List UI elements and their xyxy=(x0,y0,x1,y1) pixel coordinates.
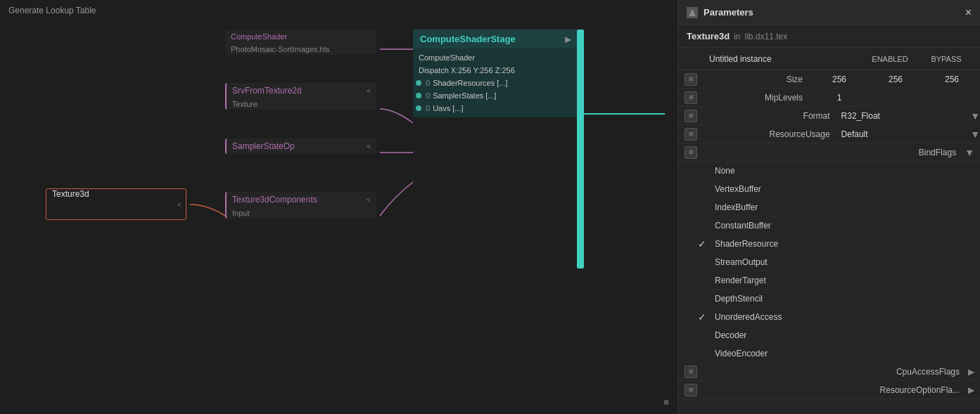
bindflags-icon: ⊞ xyxy=(678,146,704,159)
bind-flag-decoder[interactable]: Decoder xyxy=(678,326,980,344)
bind-flag-stream-label: StreamOutput xyxy=(715,257,768,267)
parameters-panel: Parameters × Texture3d in lib.dx11.tex U… xyxy=(677,0,980,414)
bind-flag-unordered-label: UnorderedAccess xyxy=(715,312,782,322)
bind-flag-shader-check: ✓ xyxy=(698,238,712,250)
miplevels-val1: 1 xyxy=(811,93,867,103)
format-dropdown-arrow[interactable]: ▼ xyxy=(970,110,980,122)
css-port-2[interactable]: 0 Uavs [...] xyxy=(413,102,578,115)
param-rows-container: ⊞ Size 256 256 256 ⊞ MipLevels 1 ⊞ Forma… xyxy=(678,70,980,414)
srv-node[interactable]: SrvFromTexture2d < Texture xyxy=(225,83,376,110)
compute-shader-filename: PhotoMosaic-SortImages.hls xyxy=(225,44,376,55)
bind-flag-none[interactable]: None xyxy=(678,162,980,180)
texture3d-node-title: Texture3d xyxy=(46,186,95,202)
bind-flag-none-label: None xyxy=(715,166,735,176)
bind-flag-render[interactable]: RenderTarget xyxy=(678,271,980,290)
miplevels-param-name: MipLevels xyxy=(704,93,811,103)
size-param-row[interactable]: ⊞ Size 256 256 256 xyxy=(678,70,980,89)
graph-title: Generate Lookup Table xyxy=(0,0,105,21)
texture3dcomp-arrow: < xyxy=(367,196,376,204)
compute-shader-stage-node[interactable]: ComputeShaderStage ▶ ComputeShader Dispa… xyxy=(413,30,578,117)
bypass-column-header: BYPASS xyxy=(918,55,974,63)
panel-header: Parameters × xyxy=(678,0,980,25)
sampler-label: SamplerStateOp xyxy=(227,138,300,154)
bind-flag-videoencoder[interactable]: VideoEncoder xyxy=(678,344,980,363)
miplevels-param-icon: ⊞ xyxy=(678,91,704,104)
bind-flag-index[interactable]: IndexBuffer xyxy=(678,198,980,216)
bindflags-icon-box: ⊞ xyxy=(685,146,697,159)
size-param-name: Size xyxy=(704,75,811,84)
bindflags-expand-arrow[interactable]: ▼ xyxy=(965,147,974,158)
cpuaccessflags-row[interactable]: ⊞ CpuAccessFlags ▶ xyxy=(678,363,980,381)
css-dispatch-row: Dispatch X:256 Y:256 Z:256 xyxy=(413,64,578,77)
css-dispatch: Dispatch X:256 Y:256 Z:256 xyxy=(419,66,515,75)
close-button[interactable]: × xyxy=(965,6,972,19)
resourceusage-param-name: ResourceUsage xyxy=(704,129,839,139)
texture3d-node[interactable]: Texture3d < xyxy=(46,188,186,220)
panel-title: Parameters xyxy=(704,7,753,18)
bind-flag-unordered[interactable]: ✓ UnorderedAccess xyxy=(678,308,980,326)
format-icon-box: ⊞ xyxy=(685,110,697,122)
css-port-label-2: Uavs [...] xyxy=(433,104,463,112)
css-port-dot-0 xyxy=(416,80,421,86)
enabled-column-header: ENABLED xyxy=(862,55,918,63)
cpuaccessflags-expand-arrow[interactable]: ▶ xyxy=(968,367,974,377)
resourceusage-dropdown-arrow[interactable]: ▼ xyxy=(970,129,980,140)
css-port-0[interactable]: 0 ShaderResources [...] xyxy=(413,77,578,89)
bindflags-name: BindFlags xyxy=(704,148,965,157)
bind-flag-decoder-label: Decoder xyxy=(715,330,746,340)
css-port-dot-1 xyxy=(416,93,421,98)
css-body: ComputeShader Dispatch X:256 Y:256 Z:256… xyxy=(413,48,578,117)
css-collapse[interactable]: ▶ xyxy=(565,34,571,44)
bind-flag-constant[interactable]: ConstantBuffer xyxy=(678,216,980,235)
size-icon-box: ⊞ xyxy=(685,73,697,86)
bind-flag-shader-label: ShaderResource xyxy=(715,239,778,249)
size-val3: 256 xyxy=(924,75,980,84)
cpuaccessflags-name: CpuAccessFlags xyxy=(704,367,968,377)
texture3dcomp-label: Texture3dComponents xyxy=(227,192,323,207)
miplevels-icon-box: ⊞ xyxy=(685,91,697,104)
css-port-dot-2 xyxy=(416,105,421,111)
teal-output-bar xyxy=(577,30,584,269)
bind-flag-constant-label: ConstantBuffer xyxy=(715,221,771,231)
size-val2: 256 xyxy=(867,75,924,84)
panel-icon xyxy=(687,7,698,18)
resourceusage-param-row[interactable]: ⊞ ResourceUsage Default ▼ xyxy=(678,125,980,143)
compute-shader-node[interactable]: ComputeShader PhotoMosaic-SortImages.hls xyxy=(225,30,376,55)
texture3d-type-label: Texture3d xyxy=(687,31,730,41)
miplevels-param-row[interactable]: ⊞ MipLevels 1 xyxy=(678,89,980,107)
texture3d-lib-label: lib.dx11.tex xyxy=(745,32,788,41)
svg-marker-0 xyxy=(689,9,696,16)
css-port-1[interactable]: 0 SamplerStates [...] xyxy=(413,89,578,102)
column-header-row: Untitled instance ENABLED BYPASS xyxy=(678,48,980,70)
texture3d-in-label: in xyxy=(734,32,740,41)
bind-flag-shader[interactable]: ✓ ShaderResource xyxy=(678,235,980,253)
bind-flag-depth[interactable]: DepthStencil xyxy=(678,290,980,308)
css-sublabel: ComputeShader xyxy=(419,53,475,62)
sampler-node[interactable]: SamplerStateOp < xyxy=(225,138,376,154)
bind-flag-vertex[interactable]: VertexBuffer xyxy=(678,180,980,198)
css-port-num-0: 0 xyxy=(426,79,430,87)
bind-flag-stream[interactable]: StreamOutput xyxy=(678,253,980,271)
texture3d-node-arrow: < xyxy=(177,200,182,208)
texture3dcomp-port: Input xyxy=(227,207,376,219)
bind-flag-index-label: IndexBuffer xyxy=(715,202,758,212)
instance-column-header: Untitled instance xyxy=(709,54,862,64)
graph-panel: Generate Lookup Table Texture3d < Comput… xyxy=(0,0,677,414)
srv-label: SrvFromTexture2d xyxy=(227,83,307,98)
resourceoptionflags-icon: ⊞ xyxy=(678,384,704,396)
size-val1: 256 xyxy=(811,75,867,84)
bind-flag-unordered-check: ✓ xyxy=(698,311,712,323)
resourceusage-icon-box: ⊞ xyxy=(685,128,697,141)
resourceoptionflags-row[interactable]: ⊞ ResourceOptionFla... ▶ xyxy=(678,381,980,399)
resourceusage-val: Default xyxy=(839,129,968,139)
texture3dcomp-node[interactable]: Texture3dComponents < Input xyxy=(225,192,376,219)
resourceoptionflags-expand-arrow[interactable]: ▶ xyxy=(968,385,974,395)
texture3d-info-row: Texture3d in lib.dx11.tex xyxy=(678,25,980,48)
cpuaccessflags-icon: ⊞ xyxy=(678,366,704,378)
bind-flag-depth-label: DepthStencil xyxy=(715,294,763,304)
bindflags-row[interactable]: ⊞ BindFlags ▼ xyxy=(678,143,980,162)
format-param-row[interactable]: ⊞ Format R32_Float ▼ xyxy=(678,107,980,125)
format-val: R32_Float xyxy=(839,111,968,121)
compute-shader-label: ComputeShader xyxy=(225,30,376,44)
css-port-label-1: SamplerStates [...] xyxy=(433,91,496,100)
